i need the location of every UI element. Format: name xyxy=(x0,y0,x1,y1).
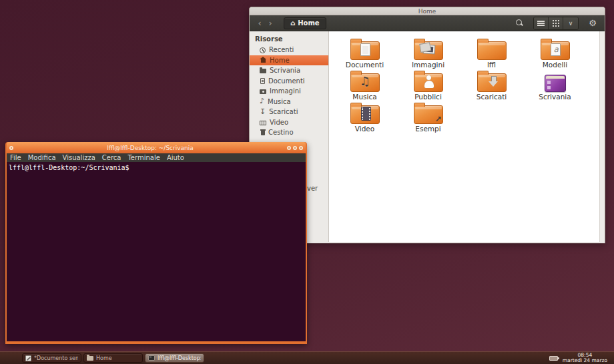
file-label: Documenti xyxy=(346,61,384,69)
sidebar-item-immagini[interactable]: Immagini xyxy=(250,86,328,97)
taskbar-button-label: *Documento senza t... xyxy=(34,355,78,361)
battery-icon[interactable] xyxy=(549,356,558,361)
person-emblem-icon xyxy=(424,75,434,89)
grid-view-button[interactable] xyxy=(549,17,563,29)
sidebar-item-cestino[interactable]: Cestino xyxy=(250,127,328,138)
file-item-scaricati[interactable]: Scaricati xyxy=(460,69,523,101)
taskbar-button-gedit[interactable]: *Documento senza t... xyxy=(22,353,81,363)
sidebar-item-video[interactable]: Video xyxy=(250,117,328,128)
folder-icon xyxy=(477,69,507,92)
desktop: { "colors": { "accent_orange": "#e8713f"… xyxy=(0,0,614,364)
photos-emblem-icon xyxy=(423,45,434,53)
file-label: Pubblici xyxy=(414,93,442,101)
view-options-button[interactable]: ∨ xyxy=(563,17,578,29)
film-emblem-icon xyxy=(362,107,370,120)
sidebar-section-resources: Risorse xyxy=(250,31,328,45)
folder-icon xyxy=(87,356,93,361)
sidebar-item-scaricati[interactable]: ↧Scaricati xyxy=(250,107,328,117)
taskbar-button-label: Home xyxy=(96,355,112,361)
camera-icon xyxy=(260,89,266,94)
file-label: Scrivania xyxy=(539,93,571,101)
maximize-icon[interactable] xyxy=(293,146,297,150)
back-icon: ‹ xyxy=(258,18,261,28)
menu-visualizza[interactable]: Visualizza xyxy=(63,154,95,161)
file-item-musica[interactable]: ♫ Musica xyxy=(333,69,396,101)
sidebar-item-musica[interactable]: ♪Musica xyxy=(250,97,328,107)
desktop-icon xyxy=(545,69,566,92)
sidebar-item-label: Musica xyxy=(268,98,291,105)
terminal-titlebar[interactable]: lffl@lffl-Desktop: ~/Scrivania xyxy=(7,142,306,153)
path-bar-home-button[interactable]: ⌂ Home xyxy=(284,17,326,29)
sidebar-item-label: Documenti xyxy=(268,77,305,85)
settings-button[interactable]: ⚙ xyxy=(585,17,600,29)
terminal-prompt: lffl@lffl-Desktop:~/Scrivania$ xyxy=(9,164,129,171)
close-icon[interactable] xyxy=(299,146,303,150)
folder-icon xyxy=(350,37,380,60)
terminal-menubar: File Modifica Visualizza Cerca Terminale… xyxy=(7,153,306,162)
clock[interactable]: 08:54 martedì 24 marzo xyxy=(563,353,607,364)
folder-icon xyxy=(414,69,443,92)
sidebar-item-label: Home xyxy=(270,57,290,64)
grid-view-icon xyxy=(553,20,554,21)
file-view[interactable]: Documenti Immagini lffl Modelli ♫ Musica xyxy=(329,31,605,242)
menu-aiuto[interactable]: Aiuto xyxy=(167,154,184,161)
search-icon xyxy=(516,19,523,27)
file-label: Immagini xyxy=(412,61,444,69)
sidebar-item-recenti[interactable]: Recenti xyxy=(250,45,328,55)
terminal-icon xyxy=(148,355,155,361)
sidebar-item-label: Cestino xyxy=(268,129,294,136)
path-bar-label: Home xyxy=(298,19,319,27)
file-item-esempi[interactable]: ↗ Esempi xyxy=(396,101,460,133)
file-item-documenti[interactable]: Documenti xyxy=(333,37,396,69)
list-view-button[interactable] xyxy=(534,17,549,29)
sidebar-item-label: Scaricati xyxy=(269,108,298,115)
file-item-immagini[interactable]: Immagini xyxy=(396,37,460,69)
gear-icon: ⚙ xyxy=(589,18,597,28)
taskbar-button-label: lffl@lffl-Desktop: ~/S... xyxy=(158,355,201,361)
file-manager-titlebar[interactable]: Home xyxy=(250,7,605,15)
file-item-scrivania[interactable]: Scrivania xyxy=(523,69,587,101)
minimize-icon[interactable] xyxy=(287,146,291,150)
video-icon xyxy=(260,121,266,125)
sidebar-item-home[interactable]: Home xyxy=(250,55,328,66)
menu-cerca[interactable]: Cerca xyxy=(102,154,121,161)
view-toggle-group: ∨ xyxy=(533,17,579,30)
file-item-video[interactable]: Video xyxy=(333,101,396,133)
home-icon xyxy=(260,57,266,63)
folder-icon xyxy=(260,69,266,73)
recent-icon xyxy=(260,47,266,53)
search-button[interactable] xyxy=(512,17,527,29)
file-label: Video xyxy=(355,125,374,133)
terminal-content[interactable]: lffl@lffl-Desktop:~/Scrivania$ xyxy=(7,162,306,341)
folder-icon xyxy=(541,37,570,60)
sidebar-item-label: Immagini xyxy=(270,87,301,95)
file-label: Scaricati xyxy=(477,93,507,101)
music-note-icon: ♪ xyxy=(260,98,264,105)
download-icon: ↧ xyxy=(260,109,266,115)
chevron-down-icon: ∨ xyxy=(569,20,573,27)
folder-icon: ♫ xyxy=(350,69,380,92)
home-icon: ⌂ xyxy=(290,19,295,27)
sidebar-occluded-item-tail[interactable]: ver xyxy=(307,185,318,192)
sidebar-item-label: Scrivania xyxy=(270,67,300,74)
back-button[interactable]: ‹ xyxy=(254,16,265,31)
sidebar-item-scrivania[interactable]: Scrivania xyxy=(250,65,328,76)
sidebar-item-label: Video xyxy=(270,119,288,126)
sidebar-item-documenti[interactable]: Documenti xyxy=(250,76,328,87)
scrollbar[interactable] xyxy=(599,31,605,242)
taskbar-button-files[interactable]: Home xyxy=(83,353,143,363)
menu-terminale[interactable]: Terminale xyxy=(127,154,160,161)
file-item-lffl[interactable]: lffl xyxy=(460,37,523,69)
document-icon xyxy=(260,78,265,84)
taskbar-button-terminal[interactable]: lffl@lffl-Desktop: ~/S... xyxy=(145,353,204,363)
file-item-pubblici[interactable]: Pubblici xyxy=(396,69,460,101)
forward-button[interactable]: › xyxy=(265,16,276,31)
text-editor-icon xyxy=(25,355,31,361)
file-label: lffl xyxy=(487,61,496,69)
menu-file[interactable]: File xyxy=(10,154,21,161)
file-item-modelli[interactable]: Modelli xyxy=(523,37,587,69)
system-tray: 08:54 martedì 24 marzo xyxy=(549,353,607,364)
menu-modifica[interactable]: Modifica xyxy=(28,154,56,161)
link-emblem-icon: ↗ xyxy=(434,115,441,123)
sidebar-item-label: Recenti xyxy=(269,46,294,53)
